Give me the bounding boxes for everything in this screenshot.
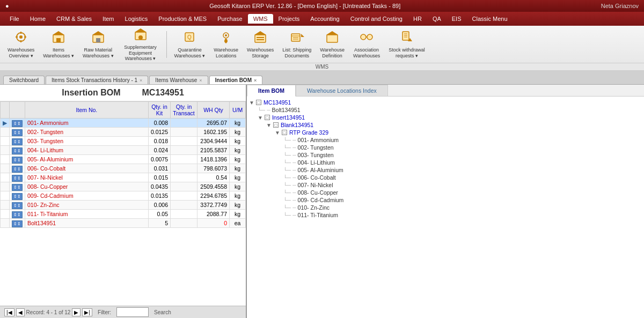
tree-node-label: 011- Ti-Titanium bbox=[298, 212, 338, 218]
table-row[interactable]: ⇕⇕Bolt13495150ea bbox=[1, 219, 246, 228]
tree-toggle[interactable]: ▼ bbox=[258, 115, 263, 121]
toolbar-raw-material[interactable]: Raw MaterialWarehouses ▾ bbox=[79, 27, 117, 61]
nav-prev-btn[interactable]: ◀ bbox=[16, 308, 25, 316]
col-item-no[interactable]: Item No. bbox=[25, 102, 149, 119]
tree-toggle[interactable]: ▼ bbox=[275, 130, 280, 136]
row-action[interactable]: ⇕⇕ bbox=[10, 210, 25, 219]
row-action[interactable]: ⇕⇕ bbox=[10, 219, 25, 228]
menu-hr[interactable]: HR bbox=[408, 14, 427, 24]
table-row[interactable]: ▶⇕⇕001- Ammonium0.0082695.07kg bbox=[1, 119, 246, 128]
menu-crm[interactable]: CRM & Sales bbox=[51, 14, 97, 24]
nav-last-btn[interactable]: ▶| bbox=[82, 308, 92, 316]
toolbar-association[interactable]: AssociationWarehouses bbox=[350, 27, 383, 61]
tab-switchboard[interactable]: Switchboard bbox=[3, 76, 45, 84]
col-wh-qty[interactable]: WH Qty bbox=[197, 102, 230, 119]
menu-logistics[interactable]: Logistics bbox=[120, 14, 153, 24]
menu-control[interactable]: Control and Costing bbox=[345, 14, 408, 24]
toolbar-warehouse-def[interactable]: WarehouseDefinition bbox=[317, 27, 348, 61]
table-row[interactable]: ⇕⇕008- Cu-Copper0.04352509.4558kg bbox=[1, 182, 246, 191]
table-row[interactable]: ⇕⇕011- Ti-Titanium0.052088.77kg bbox=[1, 210, 246, 219]
menu-accounting[interactable]: Accounting bbox=[305, 14, 345, 24]
cell-qty-trans bbox=[171, 173, 197, 182]
toolbar-stock-withdrawal[interactable]: Stock withdrawalrequests ▾ bbox=[385, 27, 428, 61]
col-um[interactable]: U/M bbox=[230, 102, 246, 119]
tab-items-warehouse-close[interactable]: × bbox=[199, 78, 202, 83]
table-row[interactable]: ⇕⇕009- Cd-Cadmium0.01352294.6785kg bbox=[1, 191, 246, 201]
table-row[interactable]: ⇕⇕004- Li-Lithum0.0242105.5837kg bbox=[1, 146, 246, 155]
row-sort-btn[interactable]: ⇕⇕ bbox=[12, 138, 23, 145]
tab-stock-transactions[interactable]: Items Stock Transactions History - 1 × bbox=[46, 76, 148, 84]
tree-toggle[interactable]: ▼ bbox=[249, 100, 254, 106]
cell-um: kg bbox=[230, 191, 246, 201]
table-row[interactable]: ⇕⇕007- Ni-Nickel0.0150.54kg bbox=[1, 173, 246, 182]
col-action bbox=[10, 102, 25, 119]
row-action[interactable]: ⇕⇕ bbox=[10, 146, 25, 155]
tab-stock-transactions-close[interactable]: × bbox=[140, 78, 142, 83]
cell-item-name: Bolt134951 bbox=[25, 219, 149, 228]
row-action[interactable]: ⇕⇕ bbox=[10, 155, 25, 164]
toolbar-supplementary[interactable]: Supplementary EquipmentWarehouses ▾ bbox=[119, 25, 162, 64]
menu-wms[interactable]: WMS bbox=[248, 14, 273, 24]
tab-items-warehouse[interactable]: Items Warehouse × bbox=[149, 76, 208, 84]
menu-file[interactable]: File bbox=[4, 14, 25, 24]
row-action[interactable]: ⇕⇕ bbox=[10, 182, 25, 191]
toolbar-storage[interactable]: WarehousesStorage bbox=[244, 27, 277, 61]
tree-node[interactable]: ▼□RTP Grade 329 bbox=[249, 129, 642, 136]
tab-insertion-bom[interactable]: Insertion BOM × bbox=[209, 76, 263, 84]
tree-node[interactable]: ▼□Blank134951 bbox=[249, 121, 642, 129]
tree-toggle[interactable]: ▼ bbox=[266, 122, 272, 128]
toolbar-warehouses-overview[interactable]: WarehousesOverview ▾ bbox=[4, 27, 38, 61]
row-sort-btn[interactable]: ⇕⇕ bbox=[12, 184, 23, 191]
row-action[interactable]: ⇕⇕ bbox=[10, 119, 25, 128]
menu-item[interactable]: Item bbox=[97, 14, 119, 24]
nav-next-btn[interactable]: ▶ bbox=[72, 308, 80, 316]
row-sort-btn[interactable]: ⇕⇕ bbox=[12, 120, 23, 127]
table-row[interactable]: ⇕⇕003- Tungsten0.0182304.9444kg bbox=[1, 137, 246, 146]
cell-item-name: 008- Cu-Copper bbox=[25, 182, 149, 191]
table-row[interactable]: ⇕⇕002- Tungsten0.01251602.195kg bbox=[1, 128, 246, 137]
tree-node-icon: □ bbox=[282, 130, 287, 135]
table-row[interactable]: ⇕⇕006- Co-Cobalt0.031798.6073kg bbox=[1, 164, 246, 173]
tree-node[interactable]: ▼□MC134951 bbox=[249, 99, 642, 106]
toolbar-quarantine[interactable]: Q QuarantineWarehouses ▾ bbox=[171, 27, 209, 61]
row-sort-btn[interactable]: ⇕⇕ bbox=[12, 211, 23, 218]
row-action[interactable]: ⇕⇕ bbox=[10, 201, 25, 210]
row-sort-btn[interactable]: ⇕⇕ bbox=[12, 220, 23, 227]
cell-um: kg bbox=[230, 128, 246, 137]
menu-projects[interactable]: Projects bbox=[273, 14, 305, 24]
table-row[interactable]: ⇕⇕005- Al-Aluminium0.00751418.1396kg bbox=[1, 155, 246, 164]
col-qty-trans[interactable]: Qty. inTransact bbox=[171, 102, 197, 119]
row-sort-btn[interactable]: ⇕⇕ bbox=[12, 147, 23, 154]
filter-input[interactable] bbox=[116, 307, 149, 317]
tree-node[interactable]: ▼□Insert134951 bbox=[249, 114, 642, 121]
row-action[interactable]: ⇕⇕ bbox=[10, 173, 25, 182]
menu-eis[interactable]: EIS bbox=[447, 14, 467, 24]
row-action[interactable]: ⇕⇕ bbox=[10, 137, 25, 146]
row-action[interactable]: ⇕⇕ bbox=[10, 164, 25, 173]
row-sort-btn[interactable]: ⇕⇕ bbox=[12, 157, 23, 164]
toolbar-items-warehouses[interactable]: ItemsWarehouses ▾ bbox=[40, 27, 77, 61]
menu-qa[interactable]: QA bbox=[427, 14, 447, 24]
row-action[interactable]: ⇕⇕ bbox=[10, 128, 25, 137]
nav-first-btn[interactable]: |◀ bbox=[4, 308, 14, 316]
menu-production[interactable]: Production & MES bbox=[153, 14, 212, 24]
row-sort-btn[interactable]: ⇕⇕ bbox=[12, 175, 23, 182]
tree-node-icon: □ bbox=[273, 122, 279, 128]
toolbar-locations[interactable]: WarehouseLocations bbox=[210, 27, 241, 61]
right-tab-wh-locations[interactable]: Warehouse Locations Index bbox=[296, 85, 388, 96]
tree-connector: └─ bbox=[283, 167, 291, 173]
row-action[interactable]: ⇕⇕ bbox=[10, 191, 25, 201]
row-sort-btn[interactable]: ⇕⇕ bbox=[12, 202, 23, 209]
col-qty-kit[interactable]: Qty. inKit bbox=[148, 102, 170, 119]
right-tab-item-bom[interactable]: Item BOM bbox=[247, 85, 296, 97]
menu-home[interactable]: Home bbox=[25, 14, 51, 24]
wms-section-label: WMS bbox=[0, 63, 644, 71]
tab-insertion-bom-close[interactable]: × bbox=[254, 78, 257, 83]
table-row[interactable]: ⇕⇕010- Zn-Zinc0.0063372.7749kg bbox=[1, 201, 246, 210]
row-sort-btn[interactable]: ⇕⇕ bbox=[12, 166, 23, 173]
row-sort-btn[interactable]: ⇕⇕ bbox=[12, 129, 23, 136]
row-sort-btn[interactable]: ⇕⇕ bbox=[12, 193, 23, 200]
menu-classic[interactable]: Classic Menu bbox=[467, 14, 513, 24]
menu-purchase[interactable]: Purchase bbox=[212, 14, 247, 24]
toolbar-shipping[interactable]: List: ShippingDocuments bbox=[279, 27, 314, 61]
